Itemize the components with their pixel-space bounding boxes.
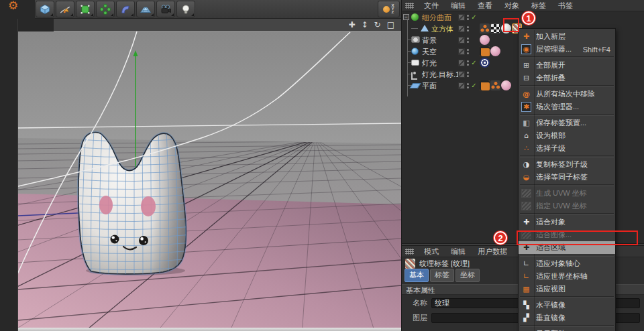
object-label[interactable]: 平面 [422,81,437,91]
highlight-box-texture-tag [503,18,519,32]
enabled-check-icon[interactable]: ✓ [470,59,478,66]
rotate-icon[interactable] [374,21,381,29]
subdivision-surface-icon[interactable] [76,1,95,17]
visibility-dots-icon[interactable] [467,49,469,54]
menu-bookmarks[interactable]: 书签 [552,1,579,11]
layer-toggle-icon[interactable] [458,25,465,32]
floor-environment-icon[interactable] [136,1,155,17]
select-identical-child-tags-icon [521,172,531,182]
collapse-toggle-icon[interactable]: − [403,14,409,20]
menu-item-set-as-root[interactable]: 设为根部 [519,129,615,142]
visibility-dots-icon[interactable] [467,26,469,31]
menu-file[interactable]: 文件 [418,1,445,11]
visibility-dots-icon[interactable] [467,60,469,66]
layer-toggle-icon[interactable] [458,71,465,78]
menu-mode[interactable]: 模式 [418,247,445,257]
pan-icon[interactable] [348,21,355,29]
right-eye [139,236,148,245]
menu-edit[interactable]: 编辑 [445,247,472,257]
menu-item-adapt-to-world-axis[interactable]: 适应世界坐标轴 [519,270,615,283]
pen-glyph [59,3,71,15]
light-icon[interactable] [176,1,195,17]
layer-toggle-icon[interactable] [458,14,465,21]
object-label[interactable]: 背景 [422,36,437,46]
menu-item-select-identical-child-tags[interactable]: 选择等同子标签 [519,171,615,184]
cinema4d-window: ⚙ X Y Z [0,0,644,331]
visibility-dots-icon[interactable] [467,72,469,77]
phong-tag-icon[interactable] [490,80,500,90]
material-tag-icon[interactable] [490,46,500,56]
layer-toggle-icon[interactable] [458,37,465,44]
compositing-tag-icon[interactable] [480,80,490,90]
menu-item-generate-uvw[interactable]: 生成 UVW 坐标 [519,187,615,200]
menu-item-layer-manager[interactable]: 层管理器...Shift+F4 [519,43,615,56]
menu-objects[interactable]: 对象 [498,1,525,11]
menu-user-data[interactable]: 用户数据 [472,247,513,257]
scene-svg [18,31,401,329]
toggle-view-icon[interactable] [387,21,394,29]
object-label[interactable]: 立方体 [431,24,453,34]
panel-menu-icon[interactable] [405,3,414,9]
camera-icon[interactable] [156,1,175,17]
viewport-3d-scene[interactable] [18,31,401,329]
axis-lock-icon[interactable]: X Y Z [378,1,400,17]
add-layer-icon [521,31,531,42]
tab-basic[interactable]: 基本 [405,269,429,282]
object-label[interactable]: 细分曲面 [422,13,451,23]
target-tag-icon[interactable] [480,58,490,68]
enabled-check-icon[interactable]: ✓ [470,13,478,21]
tab-coordinates[interactable]: 坐标 [455,269,480,282]
menu-edit[interactable]: 编辑 [445,1,472,11]
menu-item-remove-from-takes[interactable]: 从所有场次中移除 [519,88,615,101]
right-cheek [141,196,156,216]
menu-item-mirror-vertical[interactable]: 垂直镜像 [519,312,615,324]
menu-item-fold-all[interactable]: 全部折叠 [519,72,615,84]
tab-tag[interactable]: 标签 [430,269,454,282]
freehand-spline-icon[interactable] [56,1,74,17]
layer-toggle-icon[interactable] [458,82,465,89]
visibility-dots-icon[interactable] [467,38,469,43]
left-cheek [99,196,113,214]
deformer-icon[interactable] [116,1,135,17]
menu-item-save-tag-preset[interactable]: 保存标签预置... [519,117,615,129]
menu-item-fit-to-object[interactable]: 适合对象 [519,216,615,228]
menu-item-show-help[interactable]: 显示帮助...Ctrl+F1 [519,328,615,331]
object-label[interactable]: 灯光.目标.1 [422,70,460,80]
menu-tags[interactable]: 标签 [525,1,552,11]
menu-item-adapt-to-view[interactable]: 适应视图 [519,283,615,295]
compositing-tag-icon[interactable] [480,46,490,56]
select-children-icon [521,143,531,153]
menu-item-assign-uvw[interactable]: 指定 UVW 坐标 [519,200,615,212]
bulb-glyph [180,3,192,15]
visibility-dots-icon[interactable] [467,15,469,20]
enabled-check-icon[interactable]: ✓ [470,82,478,89]
uv-tag-icon[interactable] [490,23,500,34]
menu-view[interactable]: 查看 [472,1,498,11]
visibility-dots-icon[interactable] [467,83,469,88]
subdiv-cube-glyph [79,3,91,15]
set-as-root-icon [521,131,531,141]
viewport-corner-block [18,19,54,31]
array-modifier-icon[interactable] [96,1,115,17]
menu-item-take-manager[interactable]: 场次管理器... [519,101,615,113]
material-tag-icon[interactable] [501,80,511,90]
wall-background [18,31,401,143]
attribute-menu-icon[interactable] [405,249,414,255]
material-tag-icon[interactable] [480,35,490,45]
menu-item-unfold-all[interactable]: 全部展开 [519,59,615,72]
dolly-icon[interactable] [362,21,368,29]
menu-item-copy-tag-to-children[interactable]: 复制标签到子级 [519,158,615,171]
layer-toggle-icon[interactable] [458,48,465,55]
object-label[interactable]: 天空 [422,47,437,57]
gear-icon[interactable]: ⚙ [0,0,35,19]
phong-tag-icon[interactable] [480,23,490,34]
cube-primitive-icon[interactable] [36,1,54,17]
layer-toggle-icon[interactable] [458,60,465,66]
viewport-header [54,19,401,31]
menu-item-select-children[interactable]: 选择子级 [519,142,615,155]
main-toolbar: ⚙ X Y Z [0,0,401,19]
menu-item-mirror-horizontal[interactable]: 水平镜像 [519,299,615,312]
menu-item-add-new-layer[interactable]: 加入新层 [519,30,615,43]
menu-item-adapt-to-object-axis[interactable]: 适应对象轴心 [519,257,615,270]
object-label[interactable]: 灯光 [422,58,437,68]
